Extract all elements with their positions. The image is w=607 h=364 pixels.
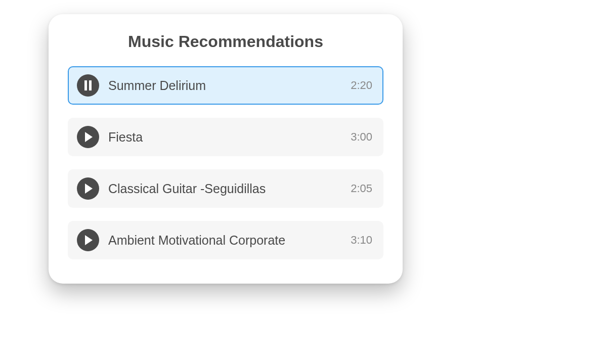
play-icon xyxy=(83,132,93,142)
play-button[interactable] xyxy=(77,177,99,200)
svg-marker-4 xyxy=(85,235,93,245)
track-duration: 2:05 xyxy=(351,182,372,195)
svg-rect-0 xyxy=(84,80,87,90)
music-recommendations-card: Music Recommendations Summer Delirium 2:… xyxy=(49,14,403,284)
track-title: Fiesta xyxy=(108,130,344,145)
track-row[interactable]: Ambient Motivational Corporate 3:10 xyxy=(68,221,383,259)
track-row[interactable]: Summer Delirium 2:20 xyxy=(68,66,383,105)
svg-rect-1 xyxy=(89,80,92,90)
play-icon xyxy=(83,184,93,194)
track-duration: 3:00 xyxy=(351,130,372,144)
play-button[interactable] xyxy=(77,229,99,251)
track-list: Summer Delirium 2:20 Fiesta 3:00 xyxy=(68,66,383,259)
track-title: Ambient Motivational Corporate xyxy=(108,233,344,248)
track-duration: 2:20 xyxy=(351,79,372,92)
track-row[interactable]: Classical Guitar -Seguidillas 2:05 xyxy=(68,169,383,208)
track-duration: 3:10 xyxy=(351,234,372,247)
svg-marker-2 xyxy=(85,132,93,142)
play-icon xyxy=(83,235,93,245)
track-title: Summer Delirium xyxy=(108,78,344,93)
card-title: Music Recommendations xyxy=(68,32,383,51)
svg-marker-3 xyxy=(85,184,93,194)
play-button[interactable] xyxy=(77,126,99,148)
pause-button[interactable] xyxy=(77,74,99,97)
track-title: Classical Guitar -Seguidillas xyxy=(108,181,344,196)
track-row[interactable]: Fiesta 3:00 xyxy=(68,118,383,156)
pause-icon xyxy=(83,80,93,90)
